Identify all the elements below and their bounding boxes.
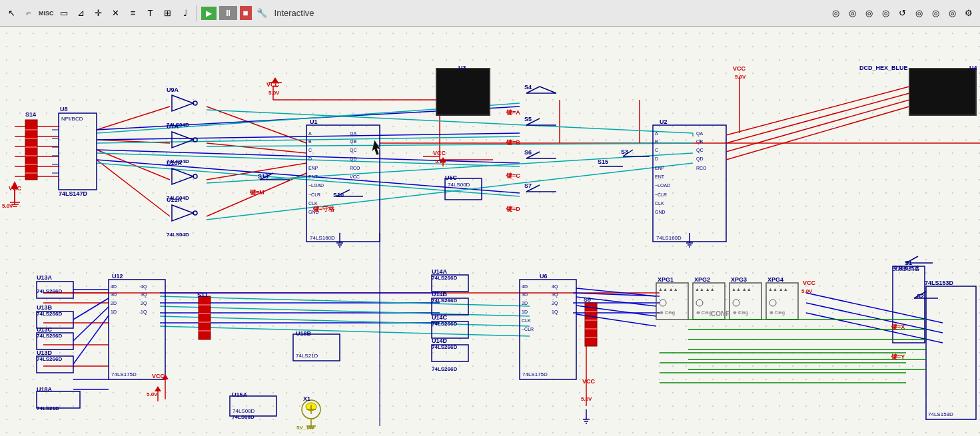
svg-text:3Q: 3Q [552, 292, 558, 298]
stop-button[interactable]: ■ [240, 6, 252, 20]
xpg1-label: XPG1 [658, 276, 674, 283]
label-icon[interactable]: ✕ [109, 6, 123, 21]
u7a-label: U7A [167, 123, 179, 130]
svg-text:74LS160D: 74LS160D [310, 235, 335, 241]
svg-line-262 [73, 298, 109, 320]
s10-label: S10 [333, 192, 344, 198]
component-icon[interactable]: ▭ [57, 6, 71, 21]
svg-text:CLK: CLK [522, 318, 531, 323]
play-button[interactable]: ▶ [201, 7, 217, 20]
svg-text:1Q: 1Q [552, 310, 558, 315]
svg-text:▲▲ ▲▲: ▲▲ ▲▲ [695, 287, 715, 292]
u12-label: U12 [112, 273, 123, 280]
svg-line-249 [726, 87, 909, 135]
svg-line-128 [540, 87, 556, 93]
wire-tool-icon[interactable]: ⌐ [21, 6, 36, 21]
svg-point-201 [733, 300, 739, 306]
u14d-label: U14D [432, 337, 447, 344]
svg-rect-105 [436, 69, 490, 115]
icon-6[interactable]: ◎ [911, 6, 926, 21]
svg-point-193 [660, 300, 666, 306]
s4-key: 键=A [506, 109, 520, 117]
svg-line-251 [726, 100, 909, 152]
svg-text:4D: 4D [111, 284, 117, 289]
ls153d-label: 74LS153D [925, 280, 953, 286]
bus-icon[interactable]: ≡ [126, 6, 141, 21]
s5-label: S5 [524, 116, 532, 122]
svg-text:ENT: ENT [308, 174, 318, 179]
svg-line-58 [160, 316, 530, 326]
u14a-label: U14A [432, 268, 447, 275]
svg-text:ENP: ENP [308, 166, 318, 170]
svg-line-59 [160, 326, 530, 336]
svg-text:RCO: RCO [696, 166, 707, 170]
svg-text:GND: GND [655, 210, 666, 214]
vcc-label-u12: VCC [152, 373, 165, 379]
icon-4[interactable]: ◎ [878, 6, 893, 21]
svg-text:3D: 3D [111, 292, 117, 297]
pause-button[interactable]: ⏸ [219, 6, 237, 20]
svg-marker-85 [172, 205, 193, 221]
s13-key: 键=M [250, 188, 264, 197]
svg-text:VCC: VCC [350, 174, 360, 179]
s6-label: S6 [524, 149, 532, 156]
u13b-label: U13B [37, 304, 52, 311]
svg-text:2Q: 2Q [141, 301, 147, 306]
u10a-label: U10A [167, 160, 182, 166]
svg-text:ENT: ENT [655, 174, 665, 179]
u18b-label: U18B [296, 330, 311, 337]
svg-point-205 [769, 300, 776, 306]
u18a-label: U18A [37, 386, 52, 393]
icon-2[interactable]: ◎ [845, 6, 859, 21]
svg-text:B: B [655, 139, 658, 144]
s6-key: 键=C [506, 172, 520, 180]
vcc-val-1: 5.0V [268, 90, 279, 96]
svg-text:4Q: 4Q [552, 284, 558, 290]
toolbar: ↖ ⌐ MISC ▭ ⊿ ✛ ✕ ≡ T ⊞ ♩ ▶ ⏸ ■ 🔧 Interac… [0, 0, 980, 27]
vcc-val-s9: 5.0V [581, 396, 592, 402]
u9a-label: U9A [167, 87, 179, 93]
icon-1[interactable]: ◎ [828, 6, 843, 21]
text-icon[interactable]: T [143, 6, 158, 21]
icon-8[interactable]: ◎ [945, 6, 959, 21]
svg-point-197 [696, 300, 703, 306]
svg-line-16 [207, 163, 306, 180]
u18a-sub: 74LS21D [37, 405, 59, 411]
svg-text:2D: 2D [522, 301, 528, 306]
settings-icon[interactable]: ⚙ [961, 6, 976, 21]
svg-rect-71 [59, 113, 97, 190]
svg-text:74LS00D: 74LS00D [448, 182, 470, 188]
svg-text:4Q: 4Q [141, 284, 147, 290]
filter-icon[interactable]: ⊿ [74, 6, 89, 21]
s3-label: S3 [621, 148, 628, 155]
schematic-svg: NPI/BCD 74LS160D A B C D ENP ENT ~LOAD ~… [0, 27, 980, 436]
wrench-icon[interactable]: 🔧 [254, 6, 269, 21]
svg-marker-79 [172, 95, 193, 111]
icon-3[interactable]: ◎ [861, 6, 876, 21]
hierarchy-icon[interactable]: ⊞ [161, 6, 175, 21]
icon-5[interactable]: ↺ [895, 6, 909, 21]
pointer-tool-icon[interactable]: ↖ [4, 6, 19, 21]
crosshair-icon[interactable]: ✛ [91, 6, 106, 21]
svg-text:~LOAD: ~LOAD [308, 183, 324, 188]
svg-text:74LS153D: 74LS153D [928, 411, 953, 417]
svg-text:~CLR: ~CLR [655, 192, 667, 197]
s15-label: S15 [598, 158, 608, 165]
svg-rect-125 [909, 69, 976, 115]
u1-label: U1 [310, 118, 318, 125]
svg-text:ENP: ENP [655, 166, 665, 170]
schematic-canvas[interactable]: NPI/BCD 74LS160D A B C D ENP ENT ~LOAD ~… [0, 27, 980, 436]
svg-text:1Q: 1Q [141, 310, 147, 315]
xpg2-label: XPG2 [694, 276, 710, 283]
u14-bottom: 74LS266D [432, 366, 457, 372]
power-icon[interactable]: ♩ [178, 6, 193, 21]
svg-text:74LS21D: 74LS21D [296, 353, 318, 359]
icon-7[interactable]: ◎ [928, 6, 943, 21]
u13d-label: U13D [37, 349, 52, 356]
s10-key: 键=守格 [313, 205, 334, 214]
svg-text:⊕ C⊖g: ⊕ C⊖g [769, 310, 785, 316]
svg-text:74LS160D: 74LS160D [656, 235, 682, 241]
u4-label: U4 [969, 65, 977, 71]
svg-marker-229 [155, 386, 161, 391]
u13c-label: U13C [37, 326, 52, 333]
